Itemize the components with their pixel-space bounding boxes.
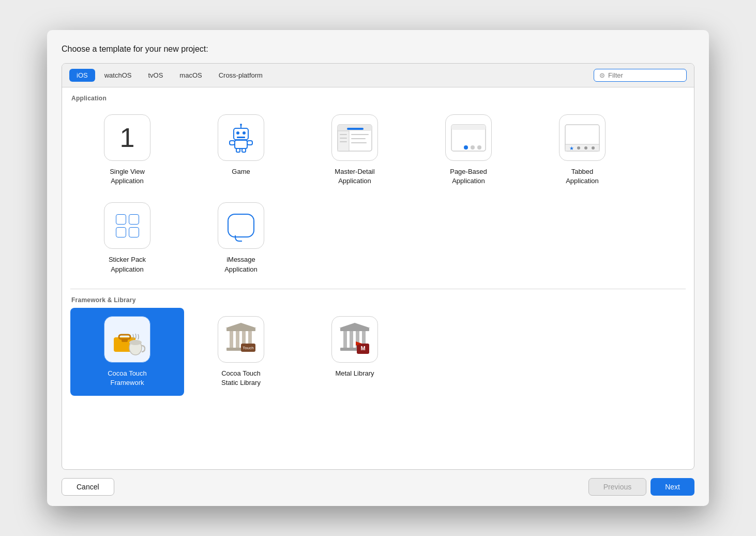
svg-point-31 [592,146,595,150]
filter-box[interactable]: ⊜ [594,69,687,82]
template-sticker-pack[interactable]: Sticker PackApplication [70,194,184,282]
imessage-icon [228,214,254,237]
svg-point-1 [236,131,239,135]
previous-button[interactable]: Previous [588,478,646,496]
dialog-title: Choose a template for your new project: [62,44,694,54]
tab-macos[interactable]: macOS [172,69,209,82]
tabbed-icon: ★ [564,124,600,152]
template-cocoa-static[interactable]: Touch Cocoa TouchStatic Library [184,308,298,396]
svg-rect-9 [236,148,240,152]
svg-rect-14 [338,131,349,151]
template-imessage[interactable]: iMessageApplication [184,194,298,282]
content-area: iOS watchOS tvOS macOS Cross-platform ⊜ … [62,63,694,470]
cocoa-framework-icon-box [104,316,150,363]
svg-rect-6 [235,140,247,148]
tab-cross-platform[interactable]: Cross-platform [211,69,270,82]
svg-point-5 [240,124,242,126]
page-based-label: Page-BasedApplication [450,167,487,186]
single-view-icon-box: 1 [104,114,150,161]
game-label: Game [232,167,250,176]
svg-point-23 [464,145,468,150]
svg-text:★: ★ [569,145,574,151]
template-single-view[interactable]: 1 Single ViewApplication [70,106,184,194]
cocoa-static-icon: Touch [222,321,260,358]
svg-rect-16 [340,138,347,139]
master-detail-icon-box [331,114,378,161]
sticker-icon-box [104,202,150,249]
svg-point-24 [471,145,475,150]
robot-icon [225,122,256,153]
application-grid: 1 Single ViewApplication [70,106,686,289]
new-project-dialog: Choose a template for your new project: … [47,30,709,506]
template-tabbed[interactable]: ★ TabbedApplication [525,106,639,194]
cocoa-static-label: Cocoa TouchStatic Library [221,369,261,388]
template-metal-library[interactable]: M Metal Library [298,308,412,396]
template-page-based[interactable]: Page-BasedApplication [412,106,525,194]
cocoa-framework-label: Cocoa TouchFramework [108,369,147,388]
svg-point-36 [129,340,142,345]
filter-icon: ⊜ [599,71,605,79]
svg-point-30 [584,146,587,150]
svg-rect-15 [340,134,347,135]
svg-rect-20 [351,142,367,143]
filter-input[interactable] [608,71,670,79]
template-master-detail[interactable]: Master-DetailApplication [298,106,412,194]
svg-marker-52 [339,323,370,328]
framework-grid: Cocoa TouchFramework [70,308,686,402]
svg-rect-39 [230,331,233,348]
tabbed-icon-box: ★ [559,114,606,161]
scrollable-content[interactable]: Application 1 Single ViewApplication [62,87,694,469]
master-detail-icon [337,124,373,152]
svg-rect-18 [351,134,369,135]
svg-text:Touch: Touch [243,346,253,350]
svg-text:M: M [360,345,365,351]
svg-rect-7 [230,141,235,145]
svg-rect-3 [237,137,245,138]
svg-rect-38 [226,328,255,331]
sticker-label: Sticker PackApplication [109,255,146,274]
number1-icon: 1 [120,124,135,151]
svg-rect-40 [236,331,239,348]
dialog-footer: Cancel Previous Next [62,478,694,496]
single-view-label: Single ViewApplication [110,167,145,186]
svg-rect-17 [340,141,347,142]
svg-rect-22 [451,125,486,130]
svg-rect-19 [351,138,366,139]
tab-bar: iOS watchOS tvOS macOS Cross-platform ⊜ [62,64,694,87]
metal-icon-box: M [331,316,378,363]
svg-rect-8 [247,141,252,145]
svg-rect-48 [343,331,347,348]
cocoa-framework-icon [109,321,146,358]
template-game[interactable]: Game [184,106,298,194]
master-detail-label: Master-DetailApplication [335,167,374,186]
tab-tvos[interactable]: tvOS [141,69,170,82]
imessage-label: iMessageApplication [224,255,258,274]
cocoa-static-icon-box: Touch [218,316,264,363]
page-based-icon-box [445,114,492,161]
section-label-application: Application [70,87,686,106]
imessage-icon-box [218,202,264,249]
next-button[interactable]: Next [651,478,694,496]
tab-ios[interactable]: iOS [69,69,95,82]
page-based-icon [450,124,487,152]
metal-library-label: Metal Library [335,369,374,378]
sticker-icon [116,214,139,237]
game-icon-box [218,114,264,161]
svg-rect-47 [340,328,369,331]
svg-marker-43 [225,323,256,328]
svg-rect-49 [350,331,353,348]
svg-rect-10 [242,148,246,152]
metal-library-icon: M [336,321,373,358]
tabbed-label: TabbedApplication [566,167,599,186]
svg-point-2 [243,131,246,135]
cancel-button[interactable]: Cancel [62,478,114,496]
tab-watchos[interactable]: watchOS [97,69,139,82]
svg-rect-33 [119,335,130,339]
svg-rect-13 [347,128,364,130]
svg-point-25 [477,145,481,150]
button-group: Previous Next [588,478,694,496]
svg-point-29 [577,146,580,150]
section-label-framework: Framework & Library [70,289,686,308]
svg-rect-34 [122,339,128,342]
template-cocoa-framework[interactable]: Cocoa TouchFramework [70,308,184,396]
